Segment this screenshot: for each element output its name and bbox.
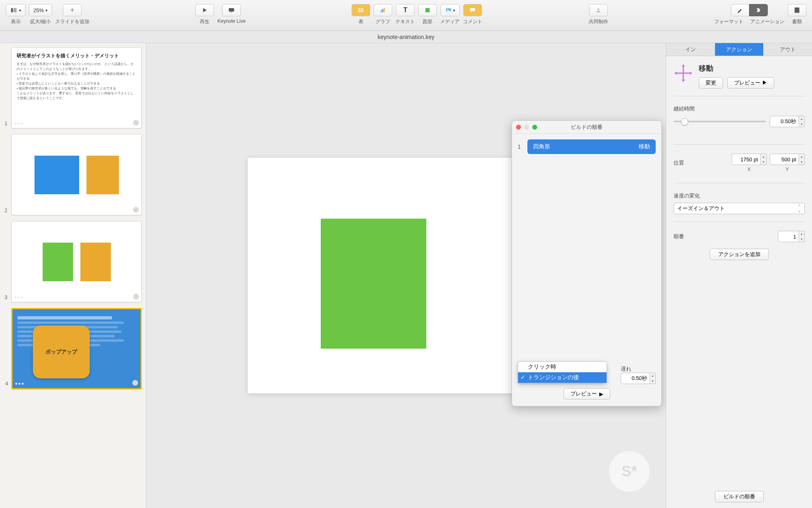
build-order-button[interactable]: ビルドの順番: [715, 491, 764, 502]
tab-out[interactable]: アウト: [763, 43, 812, 56]
svg-point-10: [447, 9, 448, 10]
position-x-input[interactable]: [732, 154, 761, 165]
zoom-label: 拡大/縮小: [30, 18, 51, 25]
tab-in[interactable]: イン: [666, 43, 715, 56]
play-label: 再生: [200, 18, 209, 25]
duration-stepper[interactable]: ▲▼: [770, 116, 805, 127]
move-icon: [674, 63, 693, 83]
slide-thumbnail-4[interactable]: 4 ポップアップ ●●●: [11, 308, 142, 389]
format-label: フォーマット: [714, 18, 743, 26]
slide-thumbnail-1[interactable]: 1 研究者がイラストを描くメリット・デメリット まずは、なぜ研究者がイラストを描…: [11, 47, 142, 128]
svg-rect-4: [358, 9, 363, 12]
duration-input[interactable]: [770, 116, 799, 127]
table-label: 表: [358, 18, 363, 25]
svg-rect-12: [795, 8, 799, 13]
stepper-down[interactable]: ▼: [650, 378, 655, 384]
inspector-panel: イン アクション アウト 移動 変更 プレビュー ▶ 継続時間: [666, 43, 812, 508]
keynote-live-label: Keynote Live: [217, 18, 245, 24]
svg-rect-1: [13, 8, 17, 13]
position-y-input[interactable]: [770, 154, 799, 165]
duration-slider[interactable]: [674, 121, 766, 122]
acceleration-select[interactable]: イーズイン＆アウト⌃⌄: [674, 203, 805, 214]
watermark: S*: [609, 451, 650, 492]
view-button[interactable]: ▾: [6, 4, 26, 16]
svg-rect-2: [229, 9, 234, 12]
chart-button[interactable]: [374, 4, 392, 16]
delay-input[interactable]: [621, 373, 650, 384]
view-label: 表示: [11, 18, 21, 25]
keynote-live-button[interactable]: [222, 4, 241, 16]
build-item[interactable]: 四角形 移動: [527, 139, 656, 154]
menu-option-after-transition[interactable]: トランジションの後: [518, 372, 607, 383]
document-button[interactable]: [788, 4, 806, 16]
acceleration-label: 速度の変化: [674, 192, 805, 200]
menu-option-click[interactable]: クリック時: [518, 362, 607, 372]
svg-rect-0: [11, 8, 13, 13]
position-label: 位置: [674, 159, 684, 167]
order-label: 順番: [674, 233, 684, 240]
media-button[interactable]: ▾: [441, 4, 460, 16]
canvas[interactable]: ビルドの順番 1 四角形 移動 開始: [146, 43, 666, 508]
preview-button[interactable]: プレビュー ▶: [727, 77, 774, 89]
popover-preview-button[interactable]: プレビュー ▶: [564, 388, 610, 399]
order-input[interactable]: [778, 231, 799, 242]
zoom-button[interactable]: 25%▾: [29, 4, 52, 16]
delay-label: 遅れ: [621, 365, 656, 373]
toolbar: ▾ 表示 25%▾ 拡大/縮小 + スライドを追加 再生 Keynote Liv…: [0, 0, 812, 31]
shape-button[interactable]: [418, 4, 437, 16]
chart-label: グラフ: [376, 18, 390, 25]
media-label: メディア: [440, 18, 460, 25]
thumb1-text: まずは、なぜ研究者がイラストを描かないといけないのか、という話題から。そのメリッ…: [17, 62, 136, 101]
popover-title: ビルドの順番: [512, 124, 661, 131]
document-label: 書類: [792, 18, 802, 25]
table-button[interactable]: [352, 4, 370, 16]
svg-rect-5: [381, 10, 382, 12]
shape-label: 図形: [423, 18, 432, 25]
add-slide-label: スライドを追加: [55, 18, 89, 25]
slide-navigator[interactable]: 1 研究者がイラストを描くメリット・デメリット まずは、なぜ研究者がイラストを描…: [0, 43, 146, 508]
svg-rect-8: [425, 8, 430, 13]
tab-action[interactable]: アクション: [715, 43, 764, 56]
build-number: 1: [518, 143, 523, 150]
format-tab[interactable]: [731, 4, 749, 16]
text-button[interactable]: T: [396, 4, 415, 16]
order-stepper[interactable]: ▲▼: [778, 231, 805, 242]
slide-thumbnail-2[interactable]: 2: [11, 134, 142, 215]
filename-bar: keynote-animation.key: [0, 31, 812, 43]
svg-rect-6: [382, 9, 383, 12]
add-action-button[interactable]: アクションを追加: [710, 249, 769, 260]
play-button[interactable]: [195, 4, 214, 16]
thumb4-popup: ポップアップ: [33, 326, 90, 378]
delay-stepper[interactable]: ▲▼: [621, 373, 656, 384]
effect-title: 移動: [699, 63, 805, 73]
change-button[interactable]: 変更: [699, 77, 723, 89]
green-rectangle[interactable]: [321, 219, 426, 349]
start-dropdown-menu: クリック時 トランジションの後: [518, 361, 607, 383]
build-order-popover: ビルドの順番 1 四角形 移動 開始: [512, 120, 662, 406]
svg-rect-7: [384, 8, 385, 13]
svg-point-11: [597, 9, 599, 11]
comment-button[interactable]: [463, 4, 482, 16]
slide-thumbnail-3[interactable]: 3 ○○○: [11, 221, 142, 302]
stepper-up[interactable]: ▲: [650, 373, 655, 378]
comment-label: コメント: [463, 18, 482, 25]
add-slide-button[interactable]: +: [63, 4, 82, 16]
svg-rect-3: [231, 12, 232, 13]
thumb1-title: 研究者がイラストを描くメリット・デメリット: [17, 52, 136, 59]
collaborate-label: 共同制作: [589, 18, 608, 25]
text-label: テキスト: [395, 18, 415, 25]
animate-label: アニメーション: [750, 18, 784, 26]
animate-tab[interactable]: [749, 4, 768, 16]
duration-label: 継続時間: [674, 105, 805, 113]
collaborate-button[interactable]: [589, 4, 608, 16]
